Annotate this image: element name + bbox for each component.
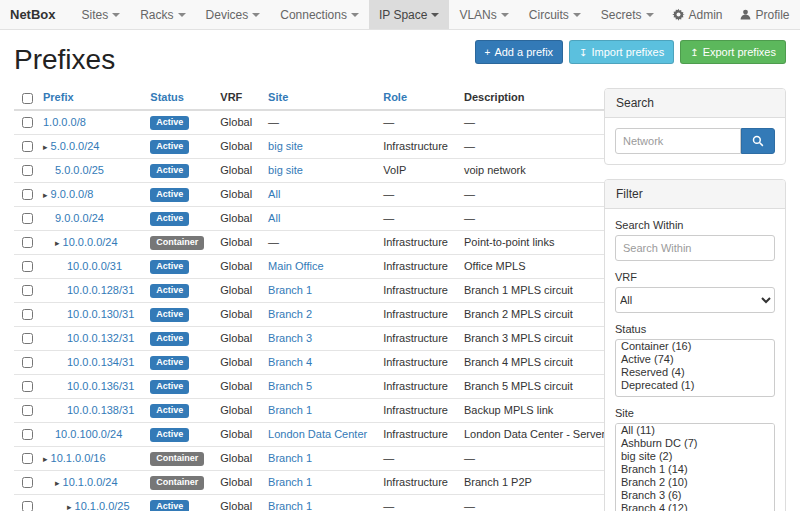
expand-arrow-icon: ▸ xyxy=(67,502,72,511)
site-link[interactable]: Branch 3 xyxy=(268,332,312,344)
prefix-link[interactable]: 1.0.0.0/8 xyxy=(43,116,86,128)
site-link[interactable]: big site xyxy=(268,164,303,176)
vrf-select[interactable]: All xyxy=(615,287,775,313)
search-input[interactable] xyxy=(615,128,741,154)
prefix-link[interactable]: 10.1.0.0/24 xyxy=(63,476,118,488)
site-link[interactable]: Main Office xyxy=(268,260,323,272)
navbar-right: Admin Profile Log out xyxy=(664,0,800,29)
status-listbox[interactable]: Container (16)Active (74)Reserved (4)Dep… xyxy=(615,339,775,397)
prefix-link[interactable]: 10.0.0.0/31 xyxy=(67,260,122,272)
site-listbox[interactable]: All (11)Ashburn DC (7)big site (2)Branch… xyxy=(615,423,775,511)
brand-logo[interactable]: NetBox xyxy=(10,0,56,29)
listbox-option[interactable]: Branch 3 (6) xyxy=(616,489,774,502)
status-badge: Active xyxy=(150,116,189,130)
listbox-option[interactable]: All (11) xyxy=(616,424,774,437)
expand-arrow-icon: ▸ xyxy=(43,190,48,200)
column-header-prefix[interactable]: Prefix xyxy=(35,86,142,110)
prefix-link[interactable]: 10.0.0.128/31 xyxy=(67,284,134,296)
export-icon: ↥ xyxy=(690,47,698,58)
profile-link[interactable]: Profile xyxy=(731,0,798,29)
caret-down-icon xyxy=(178,13,186,17)
row-checkbox[interactable] xyxy=(22,189,33,200)
site-link[interactable]: big site xyxy=(268,140,303,152)
row-checkbox[interactable] xyxy=(22,141,33,152)
row-checkbox[interactable] xyxy=(22,309,33,320)
row-checkbox[interactable] xyxy=(22,261,33,272)
nav-item-vlans[interactable]: VLANs xyxy=(449,0,518,29)
row-checkbox[interactable] xyxy=(22,285,33,296)
row-checkbox[interactable] xyxy=(22,333,33,344)
site-cell: big site xyxy=(260,134,375,158)
prefix-link[interactable]: 10.0.0.0/24 xyxy=(63,236,118,248)
search-button[interactable] xyxy=(741,128,775,154)
row-checkbox[interactable] xyxy=(22,429,33,440)
gear-icon xyxy=(672,8,685,21)
listbox-option[interactable]: Branch 4 (12) xyxy=(616,502,774,511)
search-within-label: Search Within xyxy=(615,219,775,231)
search-within-input[interactable] xyxy=(615,235,775,261)
column-header-role[interactable]: Role xyxy=(375,86,456,110)
prefix-link[interactable]: 5.0.0.0/24 xyxy=(51,140,100,152)
import-prefixes-button[interactable]: ↧ Import prefixes xyxy=(569,40,674,64)
status-badge: Container xyxy=(150,476,204,490)
prefix-link[interactable]: 10.0.0.136/31 xyxy=(67,380,134,392)
prefix-link[interactable]: 10.1.0.0/16 xyxy=(51,452,106,464)
row-checkbox[interactable] xyxy=(22,381,33,392)
nav-item-ip-space[interactable]: IP Space xyxy=(369,0,449,29)
add-prefix-button[interactable]: + Add a prefix xyxy=(475,40,564,64)
nav-item-secrets[interactable]: Secrets xyxy=(591,0,664,29)
site-link[interactable]: Branch 5 xyxy=(268,380,312,392)
nav-item-circuits[interactable]: Circuits xyxy=(519,0,591,29)
column-header-status[interactable]: Status xyxy=(142,86,212,110)
select-all-checkbox[interactable] xyxy=(22,93,33,104)
table-row: 9.0.0.0/24ActiveGlobalAll—— xyxy=(14,206,657,230)
prefix-link[interactable]: 10.0.0.138/31 xyxy=(67,404,134,416)
row-checkbox[interactable] xyxy=(22,237,33,248)
listbox-option[interactable]: Active (74) xyxy=(616,353,774,366)
site-link[interactable]: Branch 1 xyxy=(268,284,312,296)
nav-item-sites[interactable]: Sites xyxy=(72,0,131,29)
listbox-option[interactable]: Ashburn DC (7) xyxy=(616,437,774,450)
vrf-cell: Global xyxy=(212,230,260,254)
role-cell: — xyxy=(375,446,456,470)
prefix-link[interactable]: 9.0.0.0/24 xyxy=(55,212,104,224)
site-link[interactable]: All xyxy=(268,212,280,224)
site-link[interactable]: London Data Center xyxy=(268,428,367,440)
prefix-link[interactable]: 10.0.0.130/31 xyxy=(67,308,134,320)
nav-item-connections[interactable]: Connections xyxy=(270,0,369,29)
row-checkbox[interactable] xyxy=(22,453,33,464)
listbox-option[interactable]: Branch 2 (10) xyxy=(616,476,774,489)
column-header-site[interactable]: Site xyxy=(260,86,375,110)
prefix-link[interactable]: 10.1.0.0/25 xyxy=(75,500,130,511)
listbox-option[interactable]: big site (2) xyxy=(616,450,774,463)
row-checkbox[interactable] xyxy=(22,165,33,176)
prefix-link[interactable]: 10.0.100.0/24 xyxy=(55,428,122,440)
row-checkbox[interactable] xyxy=(22,357,33,368)
site-link[interactable]: Branch 2 xyxy=(268,308,312,320)
nav-item-devices[interactable]: Devices xyxy=(196,0,271,29)
nav-item-racks[interactable]: Racks xyxy=(130,0,195,29)
site-link[interactable]: Branch 1 xyxy=(268,500,312,511)
row-checkbox[interactable] xyxy=(22,501,33,511)
row-checkbox[interactable] xyxy=(22,477,33,488)
listbox-option[interactable]: Reserved (4) xyxy=(616,366,774,379)
prefix-link[interactable]: 9.0.0.0/8 xyxy=(51,188,94,200)
row-checkbox[interactable] xyxy=(22,405,33,416)
row-checkbox[interactable] xyxy=(22,117,33,128)
listbox-option[interactable]: Deprecated (1) xyxy=(616,379,774,392)
table-row: ▸10.1.0.0/24ContainerGlobalBranch 1Infra… xyxy=(14,470,657,494)
prefix-link[interactable]: 10.0.0.134/31 xyxy=(67,356,134,368)
vrf-cell: Global xyxy=(212,134,260,158)
site-link[interactable]: Branch 1 xyxy=(268,452,312,464)
site-link[interactable]: Branch 1 xyxy=(268,476,312,488)
prefix-link[interactable]: 5.0.0.0/25 xyxy=(55,164,104,176)
site-link[interactable]: Branch 1 xyxy=(268,404,312,416)
export-prefixes-button[interactable]: ↥ Export prefixes xyxy=(680,40,786,64)
listbox-option[interactable]: Branch 1 (14) xyxy=(616,463,774,476)
prefix-link[interactable]: 10.0.0.132/31 xyxy=(67,332,134,344)
row-checkbox[interactable] xyxy=(22,213,33,224)
site-link[interactable]: All xyxy=(268,188,280,200)
listbox-option[interactable]: Container (16) xyxy=(616,340,774,353)
admin-link[interactable]: Admin xyxy=(664,0,731,29)
site-link[interactable]: Branch 4 xyxy=(268,356,312,368)
